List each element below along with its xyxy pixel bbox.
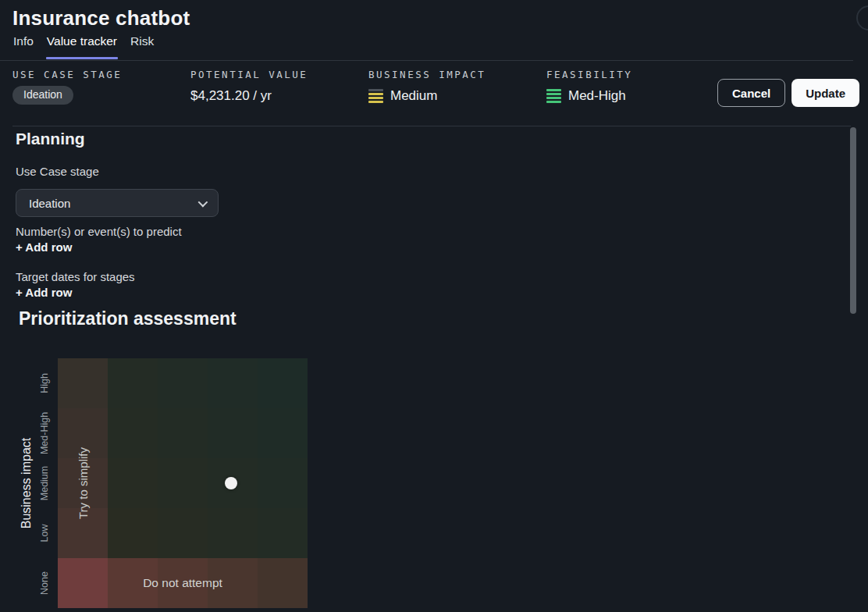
heatmap-cell xyxy=(208,508,258,558)
chevron-down-icon xyxy=(198,197,208,207)
heatmap-cell xyxy=(258,358,308,408)
use-case-stage-select[interactable]: Ideation xyxy=(16,189,219,217)
cancel-button[interactable]: Cancel xyxy=(717,79,785,107)
y-tick-medium: Medium xyxy=(39,466,50,500)
heatmap-cell xyxy=(158,358,208,408)
heatmap-cell xyxy=(208,408,258,458)
level-bar xyxy=(546,93,561,95)
feasibility-text: Med-High xyxy=(568,88,626,104)
heatmap-cell xyxy=(108,458,158,508)
tab-info[interactable]: Info xyxy=(12,33,34,59)
update-button[interactable]: Update xyxy=(792,79,859,107)
stat-potential-value: POTENTIAL VALUE $4,231.20 / yr xyxy=(190,69,308,104)
add-row-predict-button[interactable]: + Add row xyxy=(16,240,72,254)
y-axis-title: Business impact xyxy=(20,438,34,529)
stat-feasibility: FEASIBILITY Med-High xyxy=(546,69,632,104)
stat-label: BUSINESS IMPACT xyxy=(368,69,486,80)
level-bar xyxy=(368,93,383,95)
stat-label: POTENTIAL VALUE xyxy=(190,69,308,80)
planning-heading: Planning xyxy=(16,130,85,148)
level-bar xyxy=(368,89,383,91)
use-case-stage-selected-value: Ideation xyxy=(29,197,198,210)
heatmap-cell xyxy=(158,408,208,458)
stat-use-case-stage: USE CASE STAGE Ideation xyxy=(12,69,122,105)
level-bar xyxy=(546,97,561,99)
business-impact-text: Medium xyxy=(390,88,437,104)
heatmap-cell xyxy=(108,508,158,558)
corner-circle-decoration xyxy=(856,5,868,30)
heatmap-cell xyxy=(58,358,108,408)
vertical-scrollbar-thumb[interactable] xyxy=(850,127,856,314)
tab-value-tracker[interactable]: Value tracker xyxy=(46,33,118,59)
use-case-stage-label: Use Case stage xyxy=(16,165,99,178)
y-tick-med-high: Med-High xyxy=(39,412,50,454)
feasibility-level-bars-icon xyxy=(546,89,561,103)
heatmap-cell xyxy=(258,508,308,558)
level-bar xyxy=(546,101,561,103)
tab-bar: Info Value tracker Risk xyxy=(0,33,853,61)
y-tick-low: Low xyxy=(39,525,50,543)
heatmap-cell xyxy=(258,408,308,458)
prioritization-heatmap xyxy=(58,358,308,608)
stage-badge: Ideation xyxy=(12,86,73,105)
stat-label: USE CASE STAGE xyxy=(12,69,122,80)
add-row-dates-button[interactable]: + Add row xyxy=(16,286,72,299)
y-tick-high: High xyxy=(39,373,50,393)
heatmap-cell xyxy=(108,408,158,458)
level-bar xyxy=(368,97,383,99)
zone-label-do-not-attempt: Do not attempt xyxy=(58,576,308,590)
target-dates-label: Target dates for stages xyxy=(16,270,135,283)
heatmap-cell xyxy=(208,358,258,408)
heatmap-cell xyxy=(158,458,208,508)
level-bar xyxy=(546,89,561,91)
header-actions: Cancel Update xyxy=(717,79,859,107)
zone-label-try-to-simplify: Try to simplify xyxy=(76,447,90,519)
section-divider xyxy=(12,126,851,126)
tab-risk[interactable]: Risk xyxy=(130,33,155,59)
stat-business-impact: BUSINESS IMPACT Medium xyxy=(368,69,486,104)
heatmap-cell xyxy=(258,458,308,508)
prioritization-heading: Prioritization assessment xyxy=(19,308,237,329)
potential-value-text: $4,231.20 / yr xyxy=(190,88,272,104)
impact-level-bars-icon xyxy=(368,89,383,103)
assessment-point-marker[interactable] xyxy=(225,477,237,489)
predict-label: Number(s) or event(s) to predict xyxy=(16,225,182,238)
level-bar xyxy=(368,101,383,103)
stat-label: FEASIBILITY xyxy=(546,69,632,80)
page-title: Insurance chatbot xyxy=(12,6,190,30)
heatmap-cell xyxy=(108,358,158,408)
y-tick-none: None xyxy=(39,571,50,595)
heatmap-cell xyxy=(158,508,208,558)
